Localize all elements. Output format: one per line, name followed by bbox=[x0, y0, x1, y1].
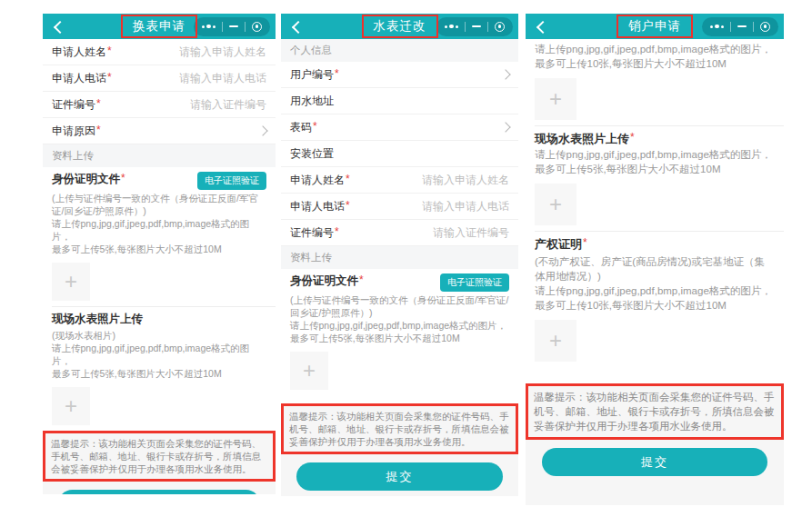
e-license-verify-button[interactable]: 电子证照验证 bbox=[440, 273, 509, 292]
page-title: 换表申请 bbox=[133, 19, 185, 33]
upload-hint: 最多可上传5张,每张图片大小不超过10M bbox=[52, 367, 266, 380]
form-footer: 温馨提示：该功能相关页面会采集您的证件号码、手机号、邮箱、地址、银行卡或存折号，… bbox=[281, 403, 518, 496]
privacy-tip annotation-box: 温馨提示：该功能相关页面会采集您的证件号码、手机号、邮箱、地址、银行卡或存折号，… bbox=[526, 383, 784, 440]
screenshot-canvas: 换表申请 申请人姓名* 申请人电话* 证件编号* 申请原因* 资料上传 bbox=[0, 0, 812, 507]
upload-hint: 请上传png,jpg,gif,jpeg,pdf,bmp,image格式的图片， bbox=[535, 147, 775, 162]
upload-title: 现场水表照片上传* bbox=[535, 131, 635, 147]
upload-hint: 请上传png,jpg,gif,jpeg,pdf,bmp,image格式的图片， bbox=[52, 217, 266, 243]
form-row-applicant-phone: 申请人电话* bbox=[43, 65, 276, 92]
form-row-install-location: 安装位置 bbox=[281, 141, 518, 167]
upload-title: 身份证明文件* bbox=[52, 172, 125, 187]
add-photo-button[interactable]: + bbox=[535, 320, 576, 362]
submit-button[interactable]: 提交 bbox=[296, 462, 503, 491]
form-footer: 温馨提示：该功能相关页面会采集您的证件号码、手机号、邮箱、地址、银行卡或存折号，… bbox=[43, 431, 276, 494]
back-button[interactable] bbox=[290, 19, 305, 34]
upload-hint: 请上传png,jpg,gif,jpeg,pdf,bmp,image格式的图片， bbox=[535, 42, 775, 56]
applicant-name-input[interactable] bbox=[112, 45, 266, 58]
upload-title: 现场水表照片上传 bbox=[52, 312, 144, 327]
upload-section-property-cert: 产权证明* (不动产权证、房产证(商品房情况)或宅基地证（集体用地情况）) 请上… bbox=[526, 232, 784, 367]
upload-section-meter-photo: 现场水表照片上传* 请上传png,jpg,gif,jpeg,pdf,bmp,im… bbox=[526, 126, 784, 231]
section-header-personal-info: 个人信息 bbox=[281, 39, 518, 62]
e-license-verify-button[interactable]: 电子证照验证 bbox=[197, 172, 266, 190]
add-photo-button[interactable]: + bbox=[52, 387, 90, 425]
id-number-input[interactable] bbox=[101, 98, 266, 111]
add-photo-button[interactable]: + bbox=[535, 184, 576, 225]
upload-hint: 最多可上传5张,每张图片大小不超过10M bbox=[290, 332, 509, 344]
panel-meter-relocation: 水表迁改 个人信息 用户编号* 用水地址 表码* 安装位置 申请人姓名* bbox=[281, 14, 518, 496]
add-photo-button[interactable]: + bbox=[535, 78, 576, 120]
form-row-applicant-phone: 申请人电话* bbox=[281, 194, 518, 220]
annotation-box: 水表迁改 bbox=[362, 15, 438, 38]
field-label: 申请人姓名* bbox=[290, 173, 350, 188]
annotation-box: 换表申请 bbox=[121, 15, 197, 38]
plus-icon: + bbox=[549, 194, 562, 215]
applicant-phone-input[interactable] bbox=[350, 200, 509, 213]
exit-target-icon[interactable] bbox=[246, 17, 268, 36]
back-button[interactable] bbox=[535, 19, 549, 34]
exit-target-icon[interactable] bbox=[488, 17, 511, 36]
required-mark: * bbox=[359, 273, 364, 286]
applicant-phone-input[interactable] bbox=[112, 72, 266, 84]
required-mark: * bbox=[630, 131, 635, 144]
upload-hint: 最多可上传5张,每张图片大小不超过10M bbox=[52, 243, 266, 255]
chevron-right-icon bbox=[257, 125, 267, 135]
privacy-tip annotation-box: 温馨提示：该功能相关页面会采集您的证件号码、手机号、邮箱、地址、银行卡或存折号，… bbox=[43, 431, 276, 482]
mini-program-capsule bbox=[702, 17, 779, 36]
more-dots-icon[interactable] bbox=[195, 17, 223, 36]
field-label: 申请人电话* bbox=[290, 199, 350, 214]
form-row-meter-code[interactable]: 表码* bbox=[281, 114, 518, 141]
required-mark: * bbox=[121, 172, 125, 184]
id-number-input[interactable] bbox=[339, 226, 509, 239]
form-row-applicant-name: 申请人姓名* bbox=[43, 39, 276, 65]
minimize-icon[interactable] bbox=[223, 17, 245, 36]
upload-section-scrolled: 请上传png,jpg,gif,jpeg,pdf,bmp,image格式的图片， … bbox=[526, 36, 784, 125]
upload-title: 产权证明* bbox=[535, 236, 587, 253]
form-row-user-number[interactable]: 用户编号* bbox=[281, 62, 518, 88]
nav-bar: 水表迁改 bbox=[281, 14, 518, 39]
plus-icon: + bbox=[303, 360, 316, 382]
chevron-right-icon bbox=[500, 122, 510, 132]
applicant-name-input[interactable] bbox=[350, 174, 509, 186]
field-label: 申请人姓名* bbox=[52, 45, 112, 60]
form-footer: 温馨提示：该功能相关页面会采集您的证件号码、手机号、邮箱、地址、银行卡或存折号，… bbox=[526, 383, 784, 505]
privacy-tip annotation-box: 温馨提示：该功能相关页面会采集您的证件号码、手机号、邮箱、地址、银行卡或存折号，… bbox=[281, 403, 518, 454]
form-row-apply-reason[interactable]: 申请原因* bbox=[43, 118, 276, 144]
form-row-id-number: 证件编号* bbox=[281, 220, 518, 246]
field-label: 申请人电话* bbox=[52, 71, 112, 86]
minimize-icon[interactable] bbox=[731, 17, 753, 36]
plus-icon: + bbox=[65, 395, 77, 417]
back-button[interactable] bbox=[52, 19, 66, 34]
section-header-upload: 资料上传 bbox=[281, 246, 518, 269]
section-header-upload: 资料上传 bbox=[43, 144, 276, 167]
annotation-box: 销户申请 bbox=[617, 15, 693, 38]
mini-program-capsule bbox=[436, 17, 514, 36]
plus-icon: + bbox=[549, 330, 562, 352]
upload-hint: 请上传png,jpg,gif,jpeg,pdf,bmp,image格式的图片， bbox=[52, 342, 266, 367]
minimize-icon[interactable] bbox=[466, 17, 487, 36]
page-title: 销户申请 bbox=[628, 19, 681, 33]
upload-section-identity: 身份证明文件* 电子证照验证 (上传与证件编号一致的文件（身份证正反面/军官证/… bbox=[281, 269, 518, 395]
field-label: 用户编号* bbox=[290, 67, 339, 83]
upload-hint: 最多可上传5张,每张图片大小不超过10M bbox=[535, 162, 775, 176]
upload-hint: 请上传png,jpg,gif,jpeg,pdf,bmp,image格式的图片， bbox=[535, 283, 775, 298]
form-row-id-number: 证件编号* bbox=[43, 92, 276, 118]
more-dots-icon[interactable] bbox=[438, 17, 466, 36]
nav-bar: 换表申请 bbox=[43, 14, 276, 39]
field-label: 安装位置 bbox=[290, 146, 334, 162]
submit-button[interactable]: 提交 bbox=[542, 448, 767, 476]
exit-target-icon[interactable] bbox=[754, 17, 777, 36]
upload-hint: 最多可上传10张,每张图片大小不超过10M bbox=[535, 56, 775, 71]
nav-bar: 销户申请 bbox=[526, 14, 784, 39]
field-label: 证件编号* bbox=[52, 97, 101, 113]
add-photo-button[interactable]: + bbox=[52, 263, 90, 301]
field-label: 用水地址 bbox=[290, 94, 334, 109]
form-row-applicant-name: 申请人姓名* bbox=[281, 167, 518, 194]
page-title: 水表迁改 bbox=[374, 19, 426, 33]
required-mark: * bbox=[96, 124, 101, 136]
more-dots-icon[interactable] bbox=[704, 17, 731, 36]
add-photo-button[interactable]: + bbox=[290, 352, 328, 390]
submit-button[interactable]: 提交 bbox=[58, 490, 261, 494]
mini-program-capsule bbox=[194, 17, 271, 36]
upload-note: (现场水表相片) bbox=[52, 329, 266, 342]
panel-account-cancellation: 销户申请 请上传png,jpg,gif,jpeg,pdf,bmp,image格式… bbox=[526, 14, 784, 505]
